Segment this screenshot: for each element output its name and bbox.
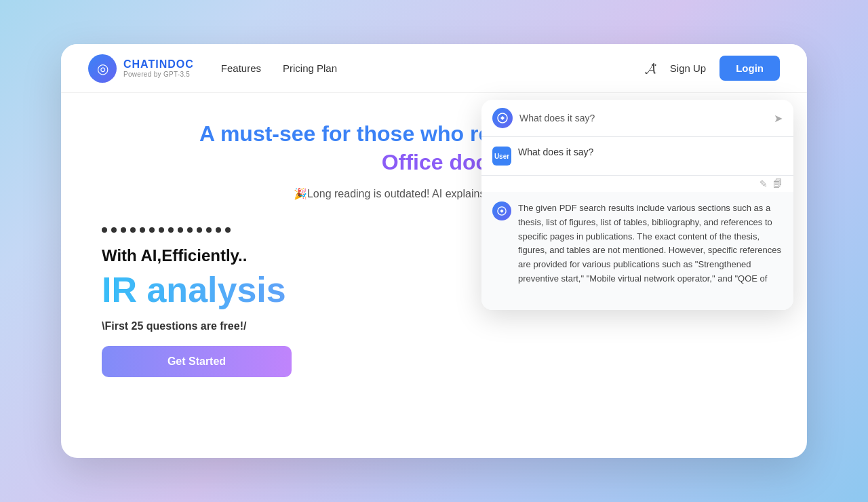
dot (159, 227, 164, 233)
dot (111, 227, 117, 233)
nav-features[interactable]: Features (221, 62, 261, 74)
message-actions: ✎ 🗐 (481, 176, 793, 192)
user-message: User What does it say? (481, 137, 793, 176)
copy-icon[interactable]: 🗐 (773, 178, 783, 189)
chat-input-bar: What does it say? ➤ (481, 100, 793, 137)
hero-section: A must-see for those who read a lot of P… (61, 93, 807, 458)
ai-response: The given PDF search results include var… (481, 192, 793, 296)
user-message-text: What does it say? (518, 147, 783, 166)
edit-icon[interactable]: ✎ (760, 178, 768, 189)
chat-ai-logo (492, 108, 513, 128)
login-button[interactable]: Login (719, 56, 780, 81)
dot (168, 227, 174, 233)
dot (178, 227, 183, 233)
navbar: ◎ CHATINDOC Powered by GPT-3.5 Features … (61, 44, 807, 93)
dot (149, 227, 155, 233)
dot (140, 227, 145, 233)
main-card: ◎ CHATINDOC Powered by GPT-3.5 Features … (61, 44, 807, 458)
dot (197, 227, 202, 233)
dot (130, 227, 136, 233)
ai-response-logo (492, 201, 511, 220)
chat-widget: What does it say? ➤ User What does it sa… (481, 100, 793, 310)
cta-button[interactable]: Get Started (102, 346, 292, 377)
user-avatar: User (492, 147, 511, 166)
ai-response-text: The given PDF search results include var… (518, 201, 783, 286)
nav-links: Features Pricing Plan (221, 62, 645, 74)
logo-icon: ◎ (88, 54, 117, 83)
logo-area[interactable]: ◎ CHATINDOC Powered by GPT-3.5 (88, 54, 194, 83)
dot (225, 227, 231, 233)
send-icon[interactable]: ➤ (774, 112, 783, 125)
logo-subtitle: Powered by GPT-3.5 (123, 71, 194, 78)
logo-name: CHATINDOC (123, 58, 194, 71)
dot (121, 227, 126, 233)
translate-icon[interactable]: 𝓐̈ (645, 60, 656, 77)
signup-button[interactable]: Sign Up (670, 62, 706, 74)
dot (206, 227, 212, 233)
nav-pricing[interactable]: Pricing Plan (283, 62, 337, 74)
chat-input-placeholder[interactable]: What does it say? (519, 113, 767, 123)
nav-right: 𝓐̈ Sign Up Login (645, 56, 780, 81)
hero-free-label: \First 25 questions are free!/ (102, 320, 780, 332)
dot (187, 227, 193, 233)
logo-text: CHATINDOC Powered by GPT-3.5 (123, 58, 194, 78)
dot (216, 227, 221, 233)
chat-body: User What does it say? ✎ 🗐 The give (481, 137, 793, 310)
dot (102, 227, 107, 233)
